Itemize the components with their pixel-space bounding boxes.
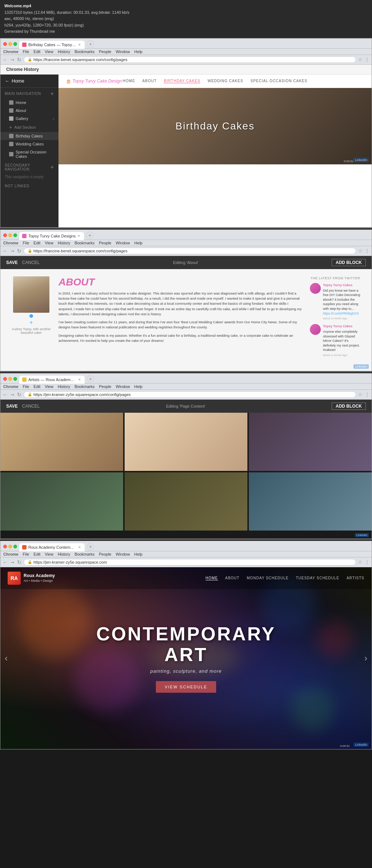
- menu-icon-1[interactable]: ⋮: [365, 57, 369, 62]
- nav-wedding-cakes[interactable]: WEDDING CAKES: [207, 79, 243, 83]
- sidebar-item-gallery[interactable]: Gallery ›: [0, 115, 58, 123]
- sq-sidebar-home[interactable]: ← Home: [0, 75, 58, 88]
- menu-icon-3[interactable]: ⋮: [365, 392, 369, 397]
- chrome-menu-file-3[interactable]: File: [23, 384, 29, 389]
- address-bar-1[interactable]: 🔒 https://francine-benet.squarespace.com…: [24, 56, 356, 63]
- ra-arrow-right[interactable]: ›: [364, 653, 367, 663]
- chrome-menu-window-4[interactable]: Window: [116, 552, 130, 556]
- forward-button-3[interactable]: →: [10, 392, 15, 397]
- maximize-button-1[interactable]: [13, 42, 17, 46]
- refresh-button-1[interactable]: ↻: [17, 57, 21, 62]
- chrome-menu-view-1[interactable]: View: [45, 49, 53, 54]
- address-bar-2[interactable]: 🔒 https://francine-benet.squarespace.com…: [24, 248, 356, 254]
- minimize-button-4[interactable]: [8, 545, 12, 548]
- refresh-button-4[interactable]: ↻: [17, 560, 21, 565]
- nav-birthday-cakes[interactable]: BIRTHDAY CAKES: [164, 79, 200, 83]
- tab-close-3[interactable]: ✕: [78, 378, 81, 381]
- chrome-menu-view-4[interactable]: View: [45, 552, 53, 556]
- ra-nav-monday[interactable]: MONDAY SCHEDULE: [247, 576, 288, 580]
- chrome-menu-people-4[interactable]: People: [99, 552, 111, 556]
- chrome-menu-app-4[interactable]: Chrome: [3, 552, 19, 556]
- forward-button-2[interactable]: →: [10, 248, 15, 253]
- ra-nav-about[interactable]: ABOUT: [225, 576, 239, 580]
- chrome-menu-file-1[interactable]: File: [23, 49, 29, 54]
- save-button[interactable]: SAVE: [6, 260, 18, 265]
- chrome-menu-bookmarks-2[interactable]: Bookmarks: [74, 241, 94, 245]
- back-button-1[interactable]: ←: [3, 57, 8, 62]
- new-tab-button-4[interactable]: +: [87, 543, 94, 550]
- back-button-2[interactable]: ←: [3, 248, 8, 253]
- nav-special-cakes[interactable]: SPECIAL OCCASION CAKES: [250, 79, 307, 83]
- chrome-menu-edit-3[interactable]: Edit: [33, 384, 40, 389]
- ra-nav-home[interactable]: HOME: [206, 576, 218, 580]
- address-bar-4[interactable]: 🔒 https://jen-kramer-zy5e.squarespace.co…: [24, 559, 356, 565]
- star-icon-3[interactable]: ☆: [358, 392, 363, 397]
- sidebar-item-wedding-cakes[interactable]: Wedding Cakes: [0, 140, 58, 148]
- chrome-menu-help-3[interactable]: Help: [134, 384, 143, 389]
- chrome-menu-people-1[interactable]: People: [99, 49, 111, 54]
- forward-button-4[interactable]: →: [10, 560, 15, 565]
- sidebar-item-special-cakes[interactable]: Special Occasion Cakes: [0, 148, 58, 160]
- close-button-4[interactable]: [3, 545, 7, 548]
- chrome-menu-app-2[interactable]: Chrome: [3, 241, 19, 245]
- maximize-button-4[interactable]: [13, 545, 17, 548]
- close-button-3[interactable]: [3, 377, 7, 381]
- nav-home[interactable]: HOME: [123, 79, 135, 83]
- chrome-menu-bookmarks-1[interactable]: Bookmarks: [74, 49, 94, 54]
- chrome-menu-people-3[interactable]: People: [99, 384, 111, 389]
- forward-button-1[interactable]: →: [10, 57, 15, 62]
- back-button-4[interactable]: ←: [3, 560, 8, 565]
- sidebar-item-about[interactable]: About: [0, 107, 58, 115]
- chrome-menu-edit-1[interactable]: Edit: [33, 49, 40, 54]
- sidebar-item-birthday-cakes[interactable]: Birthday Cakes: [0, 132, 58, 140]
- chrome-menu-help-2[interactable]: Help: [134, 241, 143, 245]
- cancel-button[interactable]: CANCEL: [22, 260, 40, 265]
- tweet-link-1[interactable]: https://t.co/IzPRMkgDC5: [323, 311, 361, 316]
- chrome-menu-app-1[interactable]: Chrome: [3, 49, 19, 54]
- ra-arrow-left[interactable]: ‹: [5, 653, 8, 663]
- maximize-button-2[interactable]: [13, 233, 17, 237]
- close-button-2[interactable]: [3, 233, 7, 237]
- close-button-1[interactable]: [3, 42, 7, 46]
- chrome-menu-edit-4[interactable]: Edit: [33, 552, 40, 556]
- ra-nav-tuesday[interactable]: TUESDAY SCHEDULE: [296, 576, 339, 580]
- add-block-button-3[interactable]: ADD BLOCK: [332, 403, 366, 410]
- browser-tab-1[interactable]: Birthday Cakes — Topsy Turv... ✕: [19, 41, 85, 49]
- chrome-menu-help-4[interactable]: Help: [134, 552, 143, 556]
- tab-close-4[interactable]: ✕: [78, 545, 81, 549]
- chrome-menu-bookmarks-4[interactable]: Bookmarks: [74, 552, 94, 556]
- new-tab-button-1[interactable]: +: [87, 40, 94, 48]
- browser-tab-4[interactable]: Roux Academy Contemporary... ✕: [19, 543, 85, 551]
- add-section-btn[interactable]: + Add Section: [0, 123, 58, 132]
- ra-nav-artists[interactable]: ARTISTS: [347, 576, 364, 580]
- chrome-menu-view-2[interactable]: View: [45, 241, 53, 245]
- chrome-menu-window-2[interactable]: Window: [116, 241, 130, 245]
- add-page-button[interactable]: +: [50, 91, 54, 97]
- star-icon-4[interactable]: ☆: [358, 559, 363, 565]
- chrome-menu-window-3[interactable]: Window: [116, 384, 130, 389]
- star-icon-1[interactable]: ☆: [358, 57, 363, 62]
- refresh-button-3[interactable]: ↻: [17, 392, 21, 397]
- about-add-content-icon[interactable]: +: [29, 319, 33, 326]
- menu-icon-2[interactable]: ⋮: [365, 248, 369, 253]
- chrome-menu-app-3[interactable]: Chrome: [3, 384, 19, 389]
- tab-close-1[interactable]: ✕: [78, 43, 81, 47]
- maximize-button-3[interactable]: [13, 377, 17, 381]
- minimize-button-1[interactable]: [8, 42, 12, 46]
- menu-icon-4[interactable]: ⋮: [365, 559, 369, 565]
- back-button-3[interactable]: ←: [3, 392, 8, 397]
- nav-about[interactable]: ABOUT: [142, 79, 157, 83]
- address-bar-3[interactable]: 🔒 https://jen-kramer-zy5e.squarespace.co…: [24, 391, 356, 398]
- chrome-menu-history-4[interactable]: History: [58, 552, 70, 556]
- minimize-button-2[interactable]: [8, 233, 12, 237]
- chrome-menu-file-4[interactable]: File: [23, 552, 29, 556]
- add-secondary-page-button[interactable]: +: [50, 164, 54, 171]
- browser-tab-2[interactable]: Topsy Turvy Cake Designs ✕: [19, 232, 84, 240]
- chrome-menu-bookmarks-3[interactable]: Bookmarks: [74, 384, 94, 389]
- star-icon-2[interactable]: ☆: [358, 248, 363, 253]
- chrome-menu-history-2[interactable]: History: [58, 241, 70, 245]
- chrome-menu-help-1[interactable]: Help: [134, 49, 143, 54]
- chrome-menu-edit-2[interactable]: Edit: [33, 241, 40, 245]
- chrome-menu-history-3[interactable]: History: [58, 384, 70, 389]
- new-tab-button-2[interactable]: +: [86, 232, 93, 239]
